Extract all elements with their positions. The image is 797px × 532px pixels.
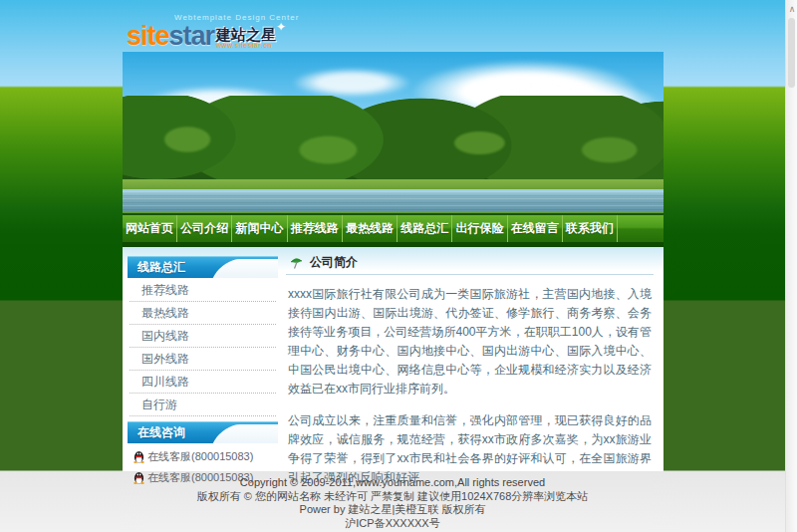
parasol-icon [290, 256, 304, 270]
nav-item-route-summary[interactable]: 线路总汇 [398, 215, 452, 242]
sitestar-logo[interactable]: Webtemplate Design Center site star ✦ 建站… [127, 13, 326, 50]
logo-text-star: star [169, 23, 215, 50]
scrollbar-track[interactable]: ∧ [785, 0, 797, 532]
scrollbar-thumb[interactable] [788, 18, 795, 88]
qq-service-link[interactable]: 在线客服(800015083) [133, 449, 278, 464]
main-navigation: 网站首页 公司介绍 新闻中心 推荐线路 最热线路 线路总汇 出行保险 在线留言 … [123, 212, 664, 247]
sidebar-item-sichuan-routes[interactable]: 四川线路 [130, 371, 276, 394]
logo-text-chinese: 建站之星 [216, 27, 276, 42]
logo-url: www.sitestar.cn [216, 42, 276, 49]
nav-item-home[interactable]: 网站首页 [123, 215, 177, 242]
nav-item-recommended-routes[interactable]: 推荐线路 [288, 215, 343, 242]
hero-lake-reflections [123, 191, 664, 211]
sidebar-item-recommended-routes[interactable]: 推荐线路 [130, 279, 276, 302]
content-panel: 线路总汇 推荐线路 最热线路 国内线路 国外线路 四川线路 自行游 在线咨询 [123, 247, 664, 471]
sidebar-routes-list: 推荐线路 最热线路 国内线路 国外线路 四川线路 自行游 [128, 278, 278, 419]
sidebar-item-self-guided-tour[interactable]: 自行游 [130, 394, 276, 416]
footer-icp-number[interactable]: 沪ICP备XXXXXX号 [0, 517, 785, 531]
sparkle-icon: ✦ [276, 21, 286, 33]
article-paragraph: xxxx国际旅行社有限公司成为一类国际旅游社，主营国内地接、入境接待国内出游、国… [288, 285, 652, 399]
page-footer: Copyright © 2009-2011,www.yourname.com,A… [0, 476, 785, 530]
sidebar-item-overseas-routes[interactable]: 国外线路 [130, 348, 276, 371]
sidebar: 线路总汇 推荐线路 最热线路 国内线路 国外线路 四川线路 自行游 在线咨询 [123, 247, 282, 471]
nav-item-about[interactable]: 公司介绍 [177, 215, 232, 242]
footer-copyright-cn: 版权所有 © 您的网站名称 未经许可 严禁复制 建议使用1024X768分辨率浏… [0, 490, 785, 504]
sidebar-consult-title: 在线咨询 [128, 422, 278, 443]
qq-service-label: 在线客服(800015083) [147, 449, 253, 464]
nav-item-travel-insurance[interactable]: 出行保险 [452, 215, 507, 242]
sidebar-routes-header: 线路总汇 [128, 256, 278, 278]
page-content-column: 网站首页 公司介绍 新闻中心 推荐线路 最热线路 线路总汇 出行保险 在线留言 … [123, 52, 664, 471]
sidebar-item-hot-routes[interactable]: 最热线路 [130, 302, 276, 325]
article-header: 公司简介 [286, 251, 654, 275]
hero-image [123, 52, 664, 212]
scroll-up-arrow[interactable]: ∧ [787, 4, 797, 14]
qq-penguin-icon [133, 450, 144, 463]
nav-item-contact[interactable]: 联系我们 [563, 215, 618, 242]
nav-item-news[interactable]: 新闻中心 [232, 215, 287, 242]
footer-copyright-en: Copyright © 2009-2011,www.yourname.com,A… [0, 476, 785, 490]
hero-forest-highlights [123, 112, 664, 181]
nav-item-hot-routes[interactable]: 最热线路 [343, 215, 398, 242]
sidebar-item-domestic-routes[interactable]: 国内线路 [130, 325, 276, 348]
article-body: xxxx国际旅行社有限公司成为一类国际旅游社，主营国内地接、入境接待国内出游、国… [286, 275, 654, 487]
nav-filler-cell [618, 215, 664, 242]
sidebar-consult-header: 在线咨询 [128, 421, 278, 443]
article-area: 公司简介 xxxx国际旅行社有限公司成为一类国际旅游社，主营国内地接、入境接待国… [282, 247, 664, 471]
cloud-shape [292, 68, 411, 98]
article-title: 公司简介 [310, 254, 358, 271]
nav-item-guestbook[interactable]: 在线留言 [508, 215, 563, 242]
sidebar-routes-title: 线路总汇 [128, 257, 278, 278]
footer-powered-by: Power by 建站之星|美橙互联 版权所有 [0, 503, 785, 517]
logo-text-site: site [127, 23, 169, 50]
browser-viewport: Webtemplate Design Center site star ✦ 建站… [0, 0, 797, 532]
